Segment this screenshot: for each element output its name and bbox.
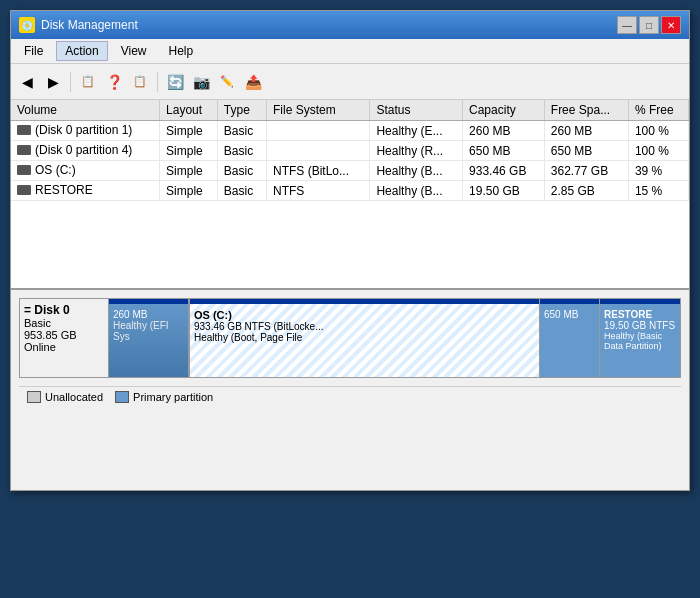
disk-icon xyxy=(17,165,31,175)
toolbar-separator-1 xyxy=(70,72,71,92)
partition-top-bar-os xyxy=(190,299,539,304)
toolbar-help-button[interactable]: ❓ xyxy=(102,70,126,94)
toolbar-export-button[interactable]: 📤 xyxy=(241,70,265,94)
toolbar-properties-button[interactable]: 📋 xyxy=(128,70,152,94)
table-row[interactable]: OS (C:) Simple Basic NTFS (BitLo... Heal… xyxy=(11,161,689,181)
cell-capacity: 650 MB xyxy=(463,141,545,161)
cell-volume: (Disk 0 partition 4) xyxy=(11,141,160,161)
menu-file[interactable]: File xyxy=(15,41,52,61)
toolbar-list-button[interactable]: 📋 xyxy=(76,70,100,94)
partition-650-size: 650 MB xyxy=(544,309,595,320)
col-filesystem: File System xyxy=(267,100,370,121)
cell-type: Basic xyxy=(217,161,266,181)
maximize-button[interactable]: □ xyxy=(639,16,659,34)
cell-status: Healthy (R... xyxy=(370,141,463,161)
cell-filesystem: NTFS xyxy=(267,181,370,201)
volumes-table: Volume Layout Type File System Status Ca… xyxy=(11,100,689,201)
main-window: 💿 Disk Management — □ ✕ File Action View… xyxy=(10,10,690,491)
partition-restore-name: RESTORE xyxy=(604,309,676,320)
cell-free: 260 MB xyxy=(544,121,628,141)
toolbar-refresh-button[interactable]: 🔄 xyxy=(163,70,187,94)
partition-efi-size: 260 MB xyxy=(113,309,184,320)
disk-partitions: 260 MB Healthy (EFI Sys OS (C:) 933.46 G… xyxy=(109,298,681,378)
titlebar-left: 💿 Disk Management xyxy=(19,17,138,33)
cell-type: Basic xyxy=(217,181,266,201)
cell-type: Basic xyxy=(217,121,266,141)
window-controls: — □ ✕ xyxy=(617,16,681,34)
disk-label: = Disk 0 Basic 953.85 GB Online xyxy=(19,298,109,378)
legend-unallocated: Unallocated xyxy=(27,391,103,403)
table-row[interactable]: RESTORE Simple Basic NTFS Healthy (B... … xyxy=(11,181,689,201)
cell-layout: Simple xyxy=(160,161,218,181)
cell-pct: 100 % xyxy=(628,121,688,141)
cell-capacity: 933.46 GB xyxy=(463,161,545,181)
partition-top-bar-efi xyxy=(109,299,188,304)
cell-pct: 39 % xyxy=(628,161,688,181)
col-volume: Volume xyxy=(11,100,160,121)
toolbar-separator-2 xyxy=(157,72,158,92)
partition-top-bar-650 xyxy=(540,299,599,304)
partition-restore-size: 19.50 GB NTFS xyxy=(604,320,676,331)
disk-status: Online xyxy=(24,341,104,353)
cell-layout: Simple xyxy=(160,181,218,201)
partition-restore[interactable]: RESTORE 19.50 GB NTFS Healthy (Basic Dat… xyxy=(600,299,680,377)
app-icon: 💿 xyxy=(19,17,35,33)
cell-free: 362.77 GB xyxy=(544,161,628,181)
partition-efi-label: Healthy (EFI Sys xyxy=(113,320,184,342)
partition-650[interactable]: 650 MB xyxy=(540,299,600,377)
cell-capacity: 260 MB xyxy=(463,121,545,141)
partition-os-name: OS (C:) xyxy=(194,309,535,321)
volumes-table-container: Volume Layout Type File System Status Ca… xyxy=(11,100,689,290)
cell-filesystem xyxy=(267,141,370,161)
disk-size: 953.85 GB xyxy=(24,329,104,341)
menu-help[interactable]: Help xyxy=(160,41,203,61)
col-layout: Layout xyxy=(160,100,218,121)
col-capacity: Capacity xyxy=(463,100,545,121)
minimize-button[interactable]: — xyxy=(617,16,637,34)
forward-button[interactable]: ▶ xyxy=(41,70,65,94)
table-row[interactable]: (Disk 0 partition 4) Simple Basic Health… xyxy=(11,141,689,161)
toolbar-snapshot-button[interactable]: 📷 xyxy=(189,70,213,94)
cell-status: Healthy (E... xyxy=(370,121,463,141)
cell-filesystem: NTFS (BitLo... xyxy=(267,161,370,181)
col-pct: % Free xyxy=(628,100,688,121)
cell-volume: RESTORE xyxy=(11,181,160,201)
cell-volume: OS (C:) xyxy=(11,161,160,181)
legend-primary-box xyxy=(115,391,129,403)
titlebar: 💿 Disk Management — □ ✕ xyxy=(11,11,689,39)
cell-status: Healthy (B... xyxy=(370,181,463,201)
table-header-row: Volume Layout Type File System Status Ca… xyxy=(11,100,689,121)
cell-filesystem xyxy=(267,121,370,141)
partition-os[interactable]: OS (C:) 933.46 GB NTFS (BitLocke... Heal… xyxy=(189,299,540,377)
menu-view[interactable]: View xyxy=(112,41,156,61)
toolbar-settings-button[interactable]: ✏️ xyxy=(215,70,239,94)
cell-type: Basic xyxy=(217,141,266,161)
menubar: File Action View Help xyxy=(11,39,689,64)
col-type: Type xyxy=(217,100,266,121)
table-body: (Disk 0 partition 1) Simple Basic Health… xyxy=(11,121,689,201)
disk-type: Basic xyxy=(24,317,104,329)
back-button[interactable]: ◀ xyxy=(15,70,39,94)
legend-unallocated-box xyxy=(27,391,41,403)
disk-icon xyxy=(17,145,31,155)
legend-primary: Primary partition xyxy=(115,391,213,403)
partition-efi[interactable]: 260 MB Healthy (EFI Sys xyxy=(109,299,189,377)
cell-pct: 100 % xyxy=(628,141,688,161)
disk-icon xyxy=(17,185,31,195)
disk-icon xyxy=(17,125,31,135)
col-status: Status xyxy=(370,100,463,121)
legend-unallocated-label: Unallocated xyxy=(45,391,103,403)
legend: Unallocated Primary partition xyxy=(19,386,681,407)
col-free: Free Spa... xyxy=(544,100,628,121)
cell-pct: 15 % xyxy=(628,181,688,201)
cell-status: Healthy (B... xyxy=(370,161,463,181)
menu-action[interactable]: Action xyxy=(56,41,107,61)
table-row[interactable]: (Disk 0 partition 1) Simple Basic Health… xyxy=(11,121,689,141)
disk-0-row: = Disk 0 Basic 953.85 GB Online 260 MB H… xyxy=(19,298,681,378)
disk-map-area: = Disk 0 Basic 953.85 GB Online 260 MB H… xyxy=(11,290,689,490)
cell-free: 650 MB xyxy=(544,141,628,161)
cell-layout: Simple xyxy=(160,141,218,161)
close-button[interactable]: ✕ xyxy=(661,16,681,34)
toolbar: ◀ ▶ 📋 ❓ 📋 🔄 📷 ✏️ 📤 xyxy=(11,64,689,100)
legend-primary-label: Primary partition xyxy=(133,391,213,403)
